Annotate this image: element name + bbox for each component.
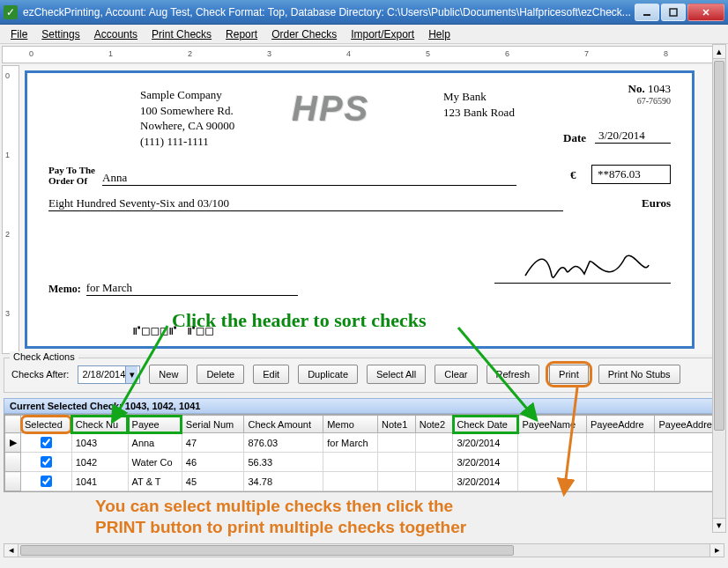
print-no-stubs-button[interactable]: Print No Stubs xyxy=(598,365,680,384)
cell-payee-addr1 xyxy=(586,433,654,453)
menu-print-checks[interactable]: Print Checks xyxy=(145,26,219,42)
cell-serial: 47 xyxy=(182,433,244,453)
current-selection-bar: Current Selected Check: 1043, 1042, 1041 xyxy=(4,398,724,414)
row-indicator: ▶ xyxy=(5,433,21,453)
cell-memo xyxy=(323,453,378,472)
pay-to-label-1: Pay To The xyxy=(48,165,95,175)
horizontal-ruler: 0 1 2 3 4 5 6 7 8 xyxy=(2,46,726,63)
row-header-blank xyxy=(5,416,21,433)
col-note1[interactable]: Note1 xyxy=(377,416,415,433)
horizontal-scrollbar[interactable]: ◂ ▸ xyxy=(4,543,724,557)
cell-note1 xyxy=(377,472,415,491)
company-addr1: 100 Somewhere Rd. xyxy=(140,103,234,119)
edit-button[interactable]: Edit xyxy=(253,365,289,384)
select-all-button[interactable]: Select All xyxy=(367,365,426,384)
checks-grid[interactable]: Selected Check Nu Payee Serial Num Check… xyxy=(4,414,724,492)
annotation-multi-hint: You can select multiple checks then clic… xyxy=(88,492,728,542)
col-selected[interactable]: Selected xyxy=(21,416,72,433)
cell-selected[interactable] xyxy=(21,472,72,491)
row-indicator xyxy=(5,453,21,472)
company-addr2: Nowhere, CA 90000 xyxy=(140,118,234,134)
scroll-right-icon[interactable]: ▸ xyxy=(709,544,724,557)
menu-help[interactable]: Help xyxy=(421,26,457,42)
col-payee-name[interactable]: PayeeName xyxy=(518,416,586,433)
duplicate-button[interactable]: Duplicate xyxy=(298,365,358,384)
cell-payee-name xyxy=(518,472,586,491)
col-payee[interactable]: Payee xyxy=(128,416,182,433)
minimize-button[interactable] xyxy=(635,4,659,21)
watermark-logo: HPS xyxy=(292,89,369,129)
chevron-down-icon[interactable]: ▾ xyxy=(125,366,137,383)
check-actions-group: Check Actions Checks After: 2/18/2014 ▾ … xyxy=(4,358,724,393)
maximize-button[interactable] xyxy=(661,4,686,21)
col-payee-addr1[interactable]: PayeeAddre xyxy=(586,416,654,433)
bank-addr: 123 Bank Road xyxy=(443,105,515,121)
cell-date: 3/20/2014 xyxy=(453,433,518,453)
col-check-amount[interactable]: Check Amount xyxy=(244,416,323,433)
check-actions-legend: Check Actions xyxy=(10,351,78,362)
menu-report[interactable]: Report xyxy=(219,26,264,42)
col-serial-num[interactable]: Serial Num xyxy=(182,416,244,433)
cell-note2 xyxy=(415,433,453,453)
col-memo[interactable]: Memo xyxy=(323,416,378,433)
table-row[interactable]: 1041AT & T4534.783/20/2014 xyxy=(5,472,724,491)
row-indicator xyxy=(5,472,21,491)
menu-import-export[interactable]: Import/Export xyxy=(344,26,421,42)
check-date-value: 3/20/2014 xyxy=(595,129,671,144)
col-check-date[interactable]: Check Date xyxy=(453,416,518,433)
cell-payee-name xyxy=(518,433,586,453)
pay-to-label-2: Order Of xyxy=(48,175,95,186)
bank-block: My Bank 123 Bank Road xyxy=(443,89,515,120)
print-button[interactable]: Print xyxy=(549,365,589,384)
cell-payee: Water Co xyxy=(128,453,182,472)
vertical-scrollbar[interactable]: ▴ ▾ xyxy=(712,44,726,533)
delete-button[interactable]: Delete xyxy=(197,365,244,384)
refresh-button[interactable]: Refresh xyxy=(487,365,540,384)
cell-amount: 34.78 xyxy=(244,472,323,491)
scrollbar-thumb-v[interactable] xyxy=(714,61,724,431)
menu-order-checks[interactable]: Order Checks xyxy=(264,26,344,42)
signature-line xyxy=(494,283,671,284)
row-checkbox[interactable] xyxy=(41,437,52,448)
scrollbar-thumb-h[interactable] xyxy=(20,545,514,556)
bank-name: My Bank xyxy=(443,89,515,105)
scroll-up-icon[interactable]: ▴ xyxy=(713,45,725,59)
new-button[interactable]: New xyxy=(149,365,188,384)
col-note2[interactable]: Note2 xyxy=(415,416,453,433)
cell-note1 xyxy=(377,433,415,453)
row-checkbox[interactable] xyxy=(41,476,52,487)
checks-after-datepicker[interactable]: 2/18/2014 ▾ xyxy=(78,365,140,384)
cell-amount: 56.33 xyxy=(244,453,323,472)
cell-selected[interactable] xyxy=(21,433,72,453)
cell-note2 xyxy=(415,453,453,472)
routing-small: 67-76590 xyxy=(628,96,671,106)
cell-check-nu: 1041 xyxy=(71,472,128,491)
scroll-left-icon[interactable]: ◂ xyxy=(4,544,19,557)
table-row[interactable]: ▶1043Anna47876.03for March3/20/2014 xyxy=(5,433,724,453)
cell-check-nu: 1042 xyxy=(71,453,128,472)
cell-payee-addr1 xyxy=(586,453,654,472)
col-check-nu[interactable]: Check Nu xyxy=(71,416,128,433)
checks-after-value: 2/18/2014 xyxy=(82,369,125,380)
menu-accounts[interactable]: Accounts xyxy=(87,26,145,42)
clear-button[interactable]: Clear xyxy=(435,365,477,384)
memo-label: Memo: xyxy=(48,283,81,296)
cell-note1 xyxy=(377,453,415,472)
company-block: Sample Company 100 Somewhere Rd. Nowhere… xyxy=(140,87,234,149)
cell-date: 3/20/2014 xyxy=(453,453,518,472)
menu-settings[interactable]: Settings xyxy=(34,26,86,42)
svg-rect-1 xyxy=(670,9,677,16)
cell-serial: 46 xyxy=(182,453,244,472)
cell-date: 3/20/2014 xyxy=(453,472,518,491)
scroll-down-icon[interactable]: ▾ xyxy=(713,518,725,532)
close-button[interactable] xyxy=(687,4,724,21)
menu-file[interactable]: File xyxy=(4,26,34,42)
cell-selected[interactable] xyxy=(21,453,72,472)
title-bar: ezCheckPrinting, Account: Aug Test, Chec… xyxy=(0,0,728,25)
amount-box: **876.03 xyxy=(591,165,671,184)
cell-payee: Anna xyxy=(128,433,182,453)
app-icon xyxy=(4,5,18,19)
table-row[interactable]: 1042Water Co4656.333/20/2014 xyxy=(5,453,724,472)
row-checkbox[interactable] xyxy=(41,456,52,468)
company-name: Sample Company xyxy=(140,87,234,103)
